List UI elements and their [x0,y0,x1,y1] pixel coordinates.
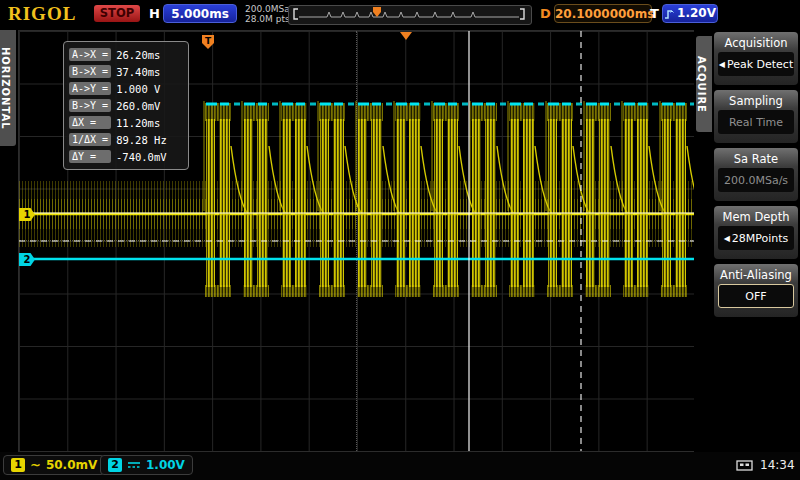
cursor-row: B->Y =260.0mV [69,97,183,114]
cursor-row-value: 26.20ms [116,49,160,61]
cursor-row-label: B->X = [69,65,111,78]
svg-text:T: T [205,36,212,46]
timebase-chip[interactable]: 5.000ms [163,4,237,23]
softkey-sa-rate[interactable]: Sa Rate200.0MSa/s [714,148,798,201]
delay-chip[interactable]: 20.1000000ms [554,4,652,23]
left-arrow-icon: ◀ [719,60,725,69]
channel1-scale: 50.0mV [46,458,97,472]
cursor-row: B->X =37.40ms [69,63,183,80]
overview-trigger-marker-icon [373,7,381,17]
trigger-label: T [650,6,659,21]
softkey-anti-aliasing[interactable]: Anti-AliasingOFF [714,264,798,317]
cursor-row-label: A->X = [69,48,111,61]
cursor-row-value: 11.20ms [116,117,160,129]
softkey-value: OFF [718,284,794,308]
trigger-level-text: 1.20V [677,4,716,23]
oscilloscope-screen: RIGOL STOP H 5.000ms 200.0MSa/s 28.0M pt… [0,0,800,480]
cursor-row-label: A->Y = [69,82,111,95]
overview-right-bracket-icon [520,9,524,19]
cursor-row-label: ΔY = [69,150,111,163]
top-status-bar: RIGOL STOP H 5.000ms 200.0MSa/s 28.0M pt… [0,0,800,28]
trigger-chip[interactable]: 1.20V [662,4,718,23]
softkey-title: Acquisition [718,35,794,52]
cursor-row: ΔY =-740.0mV [69,148,183,165]
cursor-row: A->Y =1.000 V [69,80,183,97]
softkey-menu: Acquisition◀Peak DetectSamplingReal Time… [714,32,798,322]
overview-left-bracket-icon [294,9,298,19]
channel1-chip[interactable]: 1 ~ 50.0mV [3,455,105,475]
dc-coupling-icon [127,460,141,470]
horizontal-overview-bar[interactable] [288,5,532,25]
softkey-value: 200.0MSa/s [718,168,794,192]
cursor-row-value: -740.0mV [116,151,167,163]
run-state-badge[interactable]: STOP [94,5,140,22]
softkey-value: Real Time [718,110,794,134]
softkey-title: Sa Rate [718,151,794,168]
softkey-title: Sampling [718,93,794,110]
tab-horizontal[interactable]: HORIZONTAL [0,30,16,146]
softkey-title: Mem Depth [718,209,794,226]
softkey-acquisition[interactable]: Acquisition◀Peak Detect [714,32,798,85]
cursor-row-value: 37.40ms [116,66,160,78]
delay-label: D [540,6,551,21]
softkey-mem-depth[interactable]: Mem Depth◀28MPoints [714,206,798,259]
channel2-badge: 2 [108,458,122,472]
ac-coupling-icon: ~ [30,460,41,470]
rigol-logo: RIGOL [8,3,76,25]
horizontal-label: H [149,6,160,21]
rising-edge-icon [664,8,674,20]
cursor-row-label: 1/ΔX = [69,133,111,146]
graticule: T 1 2 A->X =26.20msB->X =37.40msA->Y =1.… [18,30,696,452]
clock: 14:34 [760,458,795,472]
channel1-badge: 1 [11,458,25,472]
softkey-value: ◀28MPoints [718,226,794,250]
cursor-row-label: ΔX = [69,116,111,129]
tab-acquire[interactable]: ACQUIRE [696,36,712,132]
channel2-chip[interactable]: 2 1.00V [100,455,193,475]
overview-waveform [299,12,519,17]
cursor-readout-panel: A->X =26.20msB->X =37.40msA->Y =1.000 VB… [63,41,189,170]
cursor-row: 1/ΔX =89.28 Hz [69,131,183,148]
left-arrow-icon: ◀ [724,234,730,243]
softkey-value: ◀Peak Detect [718,52,794,76]
bottom-status-bar: 1 ~ 50.0mV 2 1.00V 14:34 [0,452,800,480]
cursor-row: A->X =26.20ms [69,46,183,63]
usb-icon [736,460,754,471]
cursor-row: ΔX =11.20ms [69,114,183,131]
cursor-row-value: 89.28 Hz [116,134,167,146]
softkey-sampling[interactable]: SamplingReal Time [714,90,798,143]
cursor-row-value: 260.0mV [116,100,160,112]
cursor-row-value: 1.000 V [116,83,160,95]
softkey-title: Anti-Aliasing [718,267,794,284]
cursor-row-label: B->Y = [69,99,111,112]
channel2-scale: 1.00V [146,458,185,472]
